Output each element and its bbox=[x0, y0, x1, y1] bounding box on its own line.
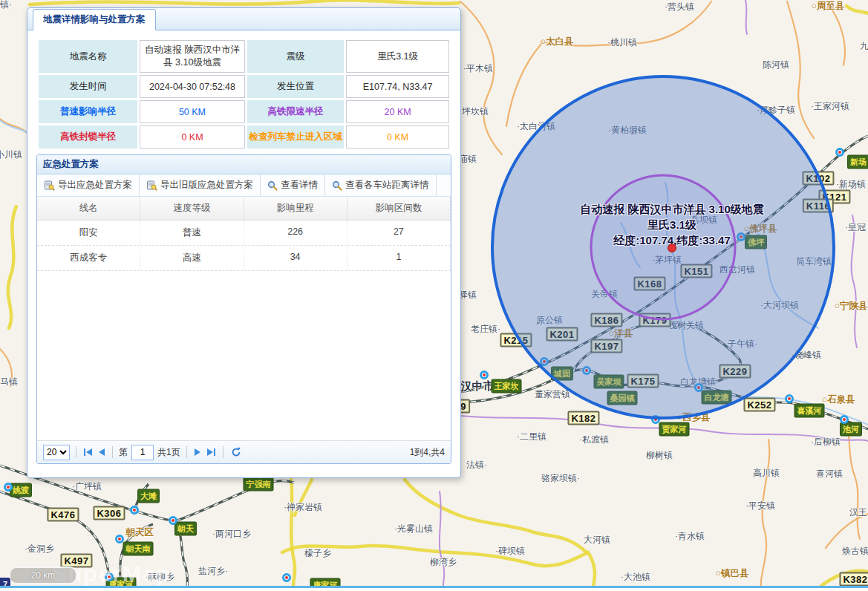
emergency-toolbar: 导出应急处置方案导出旧版应急处置方案查看详情查看各车站距离详情 bbox=[37, 174, 451, 197]
info-value-cell: 0 KM bbox=[140, 125, 244, 148]
magnifier-icon bbox=[267, 180, 278, 191]
earthquake-info-table: 地震名称自动速报 陕西汉中市洋县 3.10级地震震级里氏3.1级发生时间2024… bbox=[36, 38, 451, 151]
emergency-plan-header: 应急处置方案 bbox=[37, 155, 451, 174]
info-value-cell: E107.74, N33.47 bbox=[346, 75, 449, 98]
map-bottom-strip bbox=[0, 588, 868, 591]
info-label-cell: 检查列车禁止进入区域 bbox=[247, 125, 345, 148]
grid-cell: 27 bbox=[347, 221, 451, 245]
export-icon bbox=[44, 180, 55, 191]
pagination-bar: 20 第 共1页 bbox=[37, 440, 451, 463]
info-value-cell: 自动速报 陕西汉中市洋县 3.10级地震 bbox=[140, 40, 244, 73]
toolbar-button[interactable]: 导出应急处置方案 bbox=[37, 174, 140, 196]
info-value-cell: 50 KM bbox=[140, 100, 244, 123]
toolbar-button[interactable]: 查看详情 bbox=[261, 174, 325, 196]
info-value-cell: 2024-04-30 07:52:48 bbox=[140, 75, 244, 98]
grid-cell: 阳安 bbox=[37, 221, 140, 245]
grid-cell: 普速 bbox=[140, 221, 244, 245]
earthquake-detail-dialog: 地震详情影响与处置方案 地震名称自动速报 陕西汉中市洋县 3.10级地震震级里氏… bbox=[27, 7, 461, 478]
map-scale-bar: 20 km bbox=[9, 566, 77, 584]
info-label-cell: 发生位置 bbox=[247, 75, 345, 98]
grid-column-header[interactable]: 线名 bbox=[37, 197, 140, 220]
next-page-button[interactable] bbox=[193, 447, 202, 457]
info-label-cell: 高铁封锁半径 bbox=[39, 125, 137, 148]
grid-row[interactable]: 阳安普速22627 bbox=[37, 221, 451, 246]
toolbar-button-label: 导出应急处置方案 bbox=[58, 179, 132, 192]
toolbar-button[interactable]: 导出旧版应急处置方案 bbox=[140, 174, 261, 196]
prev-page-button[interactable] bbox=[97, 447, 106, 457]
grid-cell: 西成客专 bbox=[37, 246, 140, 270]
last-page-button[interactable] bbox=[206, 447, 217, 457]
tab-earthquake-detail[interactable]: 地震详情影响与处置方案 bbox=[33, 9, 156, 30]
toolbar-button-label: 查看各车站距离详情 bbox=[345, 179, 429, 192]
info-value-cell: 20 KM bbox=[346, 100, 449, 123]
info-label-cell: 高铁限速半径 bbox=[247, 100, 345, 123]
pager-summary: 1到4,共4 bbox=[410, 446, 445, 459]
toolbar-button[interactable]: 查看各车站距离详情 bbox=[325, 174, 437, 196]
dialog-tabbar: 地震详情影响与处置方案 bbox=[27, 8, 460, 30]
page-number-input[interactable] bbox=[131, 445, 154, 460]
impact-grid: 阳安普速22627西成客专高速341 bbox=[37, 221, 451, 271]
first-page-button[interactable] bbox=[82, 447, 94, 457]
toolbar-button-label: 查看详情 bbox=[281, 179, 318, 192]
grid-cell: 1 bbox=[347, 246, 451, 270]
magnifier-icon bbox=[332, 180, 342, 191]
emergency-plan-panel: 应急处置方案 导出应急处置方案导出旧版应急处置方案查看详情查看各车站距离详情 线… bbox=[36, 154, 451, 464]
grid-cell: 226 bbox=[244, 221, 347, 245]
export-icon bbox=[146, 180, 157, 191]
impact-grid-header: 线名速度等级影响里程影响区间数 bbox=[37, 197, 451, 221]
info-value-cell: 里氏3.1级 bbox=[346, 40, 449, 73]
refresh-button[interactable] bbox=[229, 445, 243, 459]
grid-column-header[interactable]: 速度等级 bbox=[140, 197, 244, 220]
map[interactable]: ·营头镇镇·九·桃川镇·平木镇陈河镇·王家河镇·厚畛子镇坪坎镇·太白河镇·黄柏塬… bbox=[0, 0, 868, 591]
refresh-icon bbox=[231, 447, 241, 457]
grid-column-header[interactable]: 影响区间数 bbox=[347, 197, 451, 220]
page-label-prefix: 第 bbox=[119, 446, 128, 459]
toolbar-button-label: 导出旧版应急处置方案 bbox=[160, 179, 253, 192]
info-label-cell: 震级 bbox=[247, 40, 345, 73]
grid-cell: 高速 bbox=[140, 246, 244, 270]
grid-column-header[interactable]: 影响里程 bbox=[244, 197, 347, 220]
grid-cell: 34 bbox=[244, 246, 347, 270]
info-label-cell: 发生时间 bbox=[39, 75, 137, 98]
grid-row[interactable]: 西成客专高速341 bbox=[37, 246, 451, 271]
page-size-select[interactable]: 20 bbox=[43, 445, 70, 460]
info-label-cell: 地震名称 bbox=[39, 40, 137, 73]
info-value-cell: 0 KM bbox=[346, 125, 449, 148]
page-label-suffix: 共1页 bbox=[157, 446, 180, 459]
info-label-cell: 普速影响半径 bbox=[39, 100, 137, 123]
